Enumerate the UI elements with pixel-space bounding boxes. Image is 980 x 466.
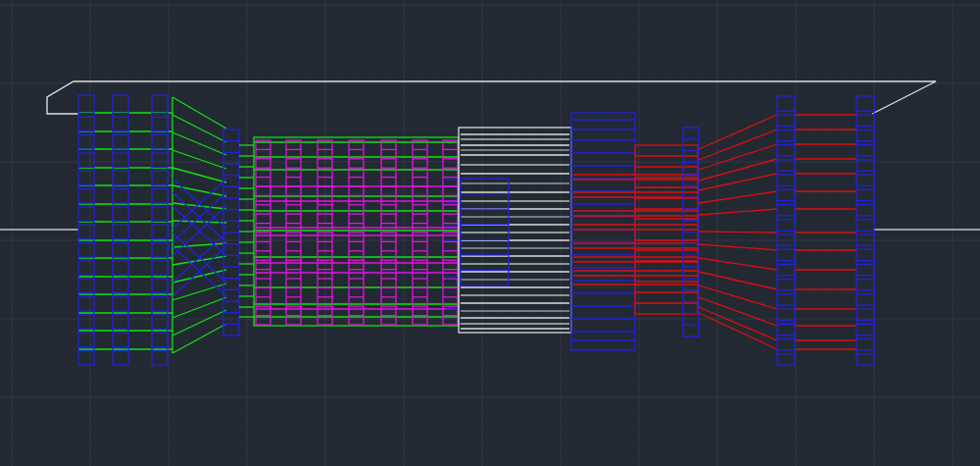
fan-blade-row-2	[113, 95, 128, 365]
nacelle-outline	[47, 81, 936, 114]
compressor-blade-row-4	[349, 140, 364, 325]
combustor-casing	[459, 128, 571, 333]
compressor-blade-row-3	[318, 140, 332, 325]
compressor-blade-row-2	[286, 140, 301, 325]
compressor-blade-row-6	[413, 140, 427, 325]
lp-turbine-flow-lines	[795, 115, 857, 349]
hp-turbine-casing	[571, 113, 635, 350]
compressor-blade-row-5	[381, 140, 396, 325]
fan-flow-lines	[78, 113, 172, 349]
fan-blade-row-1	[78, 95, 94, 365]
cad-viewport[interactable]	[0, 0, 980, 466]
cad-canvas-svg[interactable]	[0, 0, 980, 466]
exhaust-expansion-fan	[699, 115, 777, 349]
turbine-stator-column	[683, 128, 699, 337]
fan-blade-row-3	[152, 95, 168, 365]
combustor-liner-lines	[461, 134, 569, 329]
compressor-blade-row-7	[443, 140, 458, 325]
lp-turbine-stage-2	[857, 96, 874, 365]
compressor-blade-row-1	[256, 140, 270, 325]
